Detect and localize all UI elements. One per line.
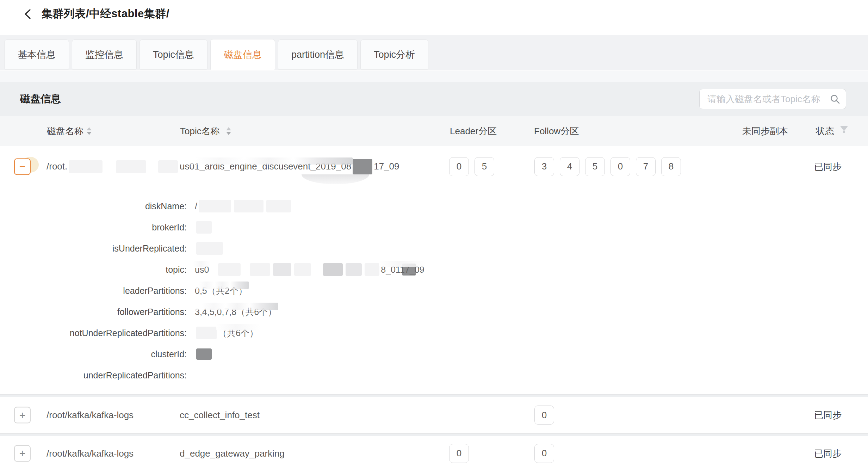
disk-name-cell: /root/kafka/kafka-logs [46, 410, 134, 421]
redaction-box [196, 327, 217, 339]
collapse-row-button[interactable]: − [14, 158, 31, 175]
tab-label: Topic分析 [374, 48, 415, 61]
detail-value-fragment: 3,4,5,0,7,8（共6个） [195, 306, 277, 318]
redaction-box [234, 200, 264, 212]
tab-monitor-info[interactable]: 监控信息 [72, 39, 137, 70]
detail-row-followerpartitions: followerPartitions: 3,4,5,0,7,8（共6个） [0, 301, 868, 322]
sort-topic-control[interactable] [226, 127, 231, 135]
back-button[interactable] [20, 7, 36, 23]
partition-badge: 0 [610, 157, 630, 176]
column-header-unsynced: 未同步副本 [742, 125, 788, 137]
section-header: 磁盘信息 [0, 82, 868, 116]
topic-name-cell: us01_ardis_engine_discusevent_2019_08 17… [180, 159, 399, 174]
disk-name-cell: /root/kafka/kafka-logs [46, 448, 134, 459]
redaction-box [69, 160, 103, 173]
partition-badge: 0 [449, 444, 469, 463]
partition-badge: 8 [661, 157, 681, 176]
table-row: + /root/kafka/kafka-logs d_edge_gateway_… [0, 436, 868, 470]
disk-info-page: 集群列表/中经stable集群/ 基本信息 监控信息 Topic信息 磁盘信息 … [0, 0, 868, 470]
plus-icon: + [19, 410, 26, 420]
column-header-topic: Topic名称 [180, 125, 220, 137]
minus-icon: − [19, 161, 26, 172]
detail-value: us0 8_0117_09 [195, 263, 417, 276]
search-icon[interactable] [829, 93, 841, 105]
detail-label: followerPartitions: [0, 307, 187, 317]
page-header: 集群列表/中经stable集群/ [0, 0, 868, 35]
status-filter-icon[interactable] [839, 125, 849, 137]
detail-label: underReplicatedPartitions: [0, 370, 187, 381]
sort-disk-control[interactable] [87, 127, 92, 135]
redaction-box [250, 263, 270, 276]
redaction-box [196, 221, 212, 234]
row-separator [0, 394, 868, 397]
tab-disk-info[interactable]: 磁盘信息 [210, 39, 275, 70]
topic-name-cell: d_edge_gateway_parking [180, 448, 285, 459]
follow-partition-badges: 0 [534, 406, 554, 425]
table-body: − /root. us01_ardis_engine_discusevent_2… [0, 146, 868, 470]
redaction-box-dark [353, 159, 372, 174]
follow-partition-badges: 3 4 5 0 7 8 [534, 157, 681, 176]
topic-name-fragment: 17_09 [374, 161, 399, 172]
redaction-box [196, 242, 223, 255]
detail-label: diskName: [0, 201, 187, 211]
column-header-leader: Leader分区 [450, 125, 497, 137]
redaction-box [266, 200, 291, 212]
tab-label: Topic信息 [153, 48, 194, 61]
caret-up-icon [226, 127, 231, 130]
tab-topic-analysis[interactable]: Topic分析 [360, 39, 428, 70]
partition-badge: 4 [560, 157, 579, 176]
tab-topic-info[interactable]: Topic信息 [140, 39, 207, 70]
breadcrumb: 集群列表/中经stable集群/ [42, 6, 169, 21]
disk-name-cell: /root. [46, 160, 179, 173]
detail-row-topic: topic: us0 8_0117_09 [0, 259, 868, 280]
partition-badge: 5 [585, 157, 605, 176]
redaction-box [273, 263, 291, 276]
plus-icon: + [19, 448, 26, 459]
detail-value-fragment: （共6个） [218, 327, 258, 339]
detail-label: isUnderReplicated: [0, 243, 187, 254]
detail-value-fragment: 8_0117_09 [381, 265, 424, 275]
redaction-box [158, 160, 178, 173]
column-header-follow: Follow分区 [534, 125, 579, 137]
status-badge: 已同步 [814, 447, 842, 459]
topic-name-fragment: us01_ardis_engine_discusevent_2019_08 [180, 161, 351, 172]
detail-value: 3,4,5,0,7,8（共6个） [195, 306, 277, 318]
detail-row-brokerid: brokerId: [0, 217, 868, 238]
detail-value: / [195, 200, 292, 212]
expand-row-button[interactable]: + [14, 445, 31, 462]
redaction-box [294, 263, 311, 276]
expand-row-button[interactable]: + [14, 407, 31, 423]
caret-down-icon [226, 132, 231, 135]
redaction-box [218, 263, 241, 276]
tab-bar: 基本信息 监控信息 Topic信息 磁盘信息 partition信息 Topic… [0, 35, 868, 70]
disk-name-fragment: /root. [46, 161, 67, 172]
status-badge: 已同步 [814, 409, 842, 421]
detail-value [195, 242, 224, 255]
detail-value-fragment: us0 [195, 265, 209, 275]
detail-row-clusterid: clusterId: [0, 344, 868, 365]
blur-artifact-arc [302, 174, 369, 184]
divider-band [0, 70, 868, 82]
back-arrow-icon [22, 8, 34, 21]
tab-label: 监控信息 [85, 48, 123, 61]
partition-badge: 0 [534, 406, 554, 425]
detail-value [195, 348, 213, 360]
detail-label: leaderPartitions: [0, 286, 187, 296]
detail-row-underreplicated: underReplicatedPartitions: [0, 365, 868, 386]
leader-partition-badges: 0 [449, 444, 469, 463]
detail-value-fragment: 0,5（共2个） [195, 285, 247, 297]
tab-label: 基本信息 [18, 48, 56, 61]
redaction-box [346, 263, 362, 276]
detail-label: brokerId: [0, 222, 187, 233]
tab-label: partition信息 [291, 48, 344, 61]
column-header-disk: 磁盘名称 [47, 125, 83, 137]
search-input[interactable] [699, 89, 846, 109]
redaction-box-dark [196, 348, 212, 360]
row-separator [0, 433, 868, 436]
tab-partition-info[interactable]: partition信息 [278, 39, 358, 70]
tab-basic-info[interactable]: 基本信息 [4, 39, 69, 70]
detail-row-leaderpartitions: leaderPartitions: 0,5（共2个） [0, 280, 868, 301]
table-header: 磁盘名称 Topic名称 Leader分区 Follow分区 未同步副本 状态 [0, 116, 868, 146]
partition-badge: 3 [534, 157, 554, 176]
detail-value [195, 221, 213, 234]
